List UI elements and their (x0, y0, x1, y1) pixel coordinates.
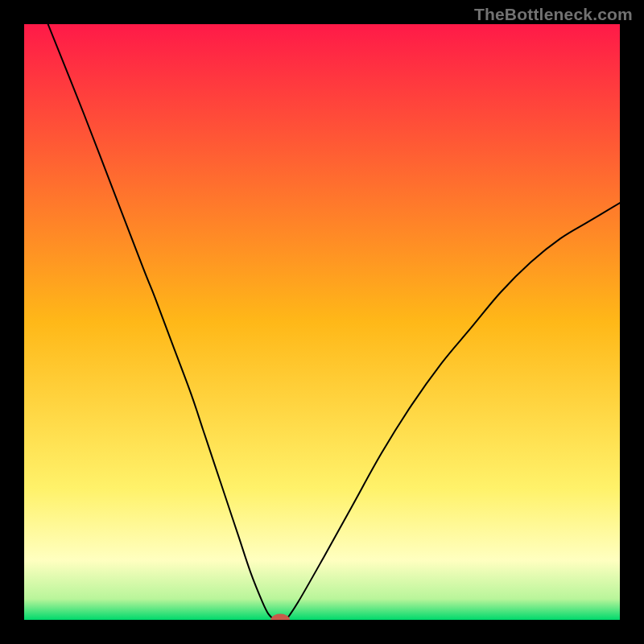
gradient-background (24, 24, 620, 620)
watermark-text: TheBottleneck.com (474, 5, 633, 24)
plot-area (24, 24, 620, 620)
chart-frame: TheBottleneck.com (0, 0, 644, 644)
bottleneck-chart-svg (24, 24, 620, 620)
